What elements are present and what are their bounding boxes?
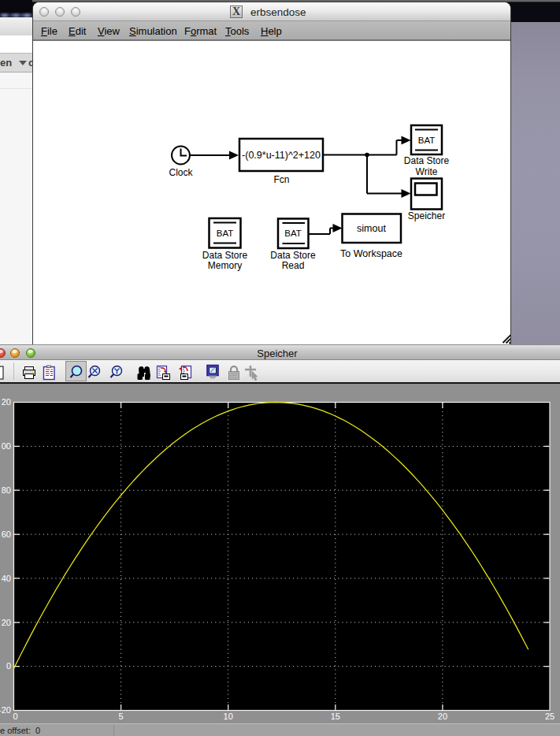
svg-text:BAT: BAT bbox=[217, 229, 234, 238]
svg-text:25: 25 bbox=[545, 712, 554, 721]
svg-text:BAT: BAT bbox=[418, 136, 436, 145]
svg-text:Read: Read bbox=[282, 260, 305, 271]
svg-text:00: 00 bbox=[2, 441, 11, 451]
svg-text:Memory: Memory bbox=[208, 260, 242, 271]
svg-text:simout: simout bbox=[357, 223, 386, 234]
svg-text:15: 15 bbox=[331, 712, 340, 721]
svg-text:Speicher: Speicher bbox=[408, 210, 445, 221]
svg-text:20: 20 bbox=[2, 397, 11, 407]
svg-text:0: 0 bbox=[13, 712, 17, 721]
svg-text:80: 80 bbox=[2, 485, 11, 495]
svg-text:-20: -20 bbox=[0, 705, 11, 715]
svg-text:10: 10 bbox=[224, 712, 233, 721]
svg-text:Clock: Clock bbox=[169, 167, 193, 178]
svg-text:Data Store: Data Store bbox=[270, 250, 316, 261]
svg-text:Data Store: Data Store bbox=[404, 155, 450, 166]
svg-text:BAT: BAT bbox=[284, 229, 302, 238]
svg-text:5: 5 bbox=[119, 712, 124, 721]
svg-text:0: 0 bbox=[6, 661, 11, 671]
svg-text:Write: Write bbox=[416, 166, 438, 177]
svg-text:20: 20 bbox=[2, 618, 11, 627]
svg-text:To Workspace: To Workspace bbox=[340, 248, 402, 259]
svg-text:Fcn: Fcn bbox=[273, 174, 289, 185]
svg-text:20: 20 bbox=[438, 712, 447, 721]
svg-text:-(0.9*u-11)^2+120: -(0.9*u-11)^2+120 bbox=[242, 150, 321, 161]
svg-text:Data Store: Data Store bbox=[202, 250, 248, 261]
svg-text:40: 40 bbox=[2, 574, 11, 583]
svg-text:60: 60 bbox=[2, 530, 11, 539]
